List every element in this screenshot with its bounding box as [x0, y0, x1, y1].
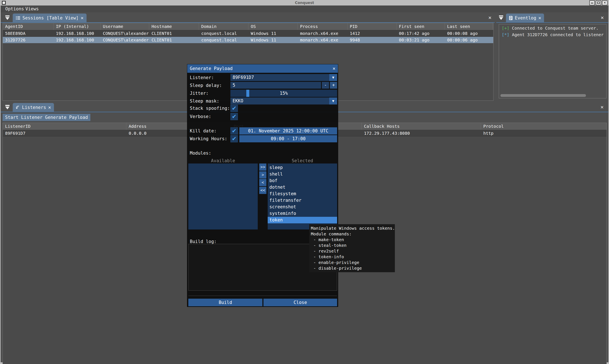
session-row-1[interactable]: 58EE89DA 192.168.168.100 CONQUEST\alexan…: [3, 30, 493, 37]
log-prefix-success: [+]: [502, 26, 509, 31]
col-domain[interactable]: Domain: [199, 23, 248, 30]
module-item-screenshot[interactable]: screenshot: [268, 204, 337, 210]
kill-date-field[interactable]: 01. November 2025 12:00:00 UTC: [239, 127, 337, 134]
col-agentid[interactable]: AgentID: [3, 23, 53, 30]
selected-modules-list[interactable]: sleep shell bof dotnet filesystem filetr…: [268, 164, 337, 230]
log-line-2: [*] Agent 312D7726 connected to listener: [502, 32, 604, 37]
close-button[interactable]: ✕: [602, 0, 608, 5]
tab-sessions-close-icon[interactable]: ✕: [81, 15, 84, 21]
move-all-left-button[interactable]: <<: [259, 187, 266, 194]
dialog-separator: [188, 296, 337, 296]
module-item-token-selected[interactable]: token: [268, 217, 337, 223]
stack-spoofing-label: Stack spoofing:: [190, 106, 230, 111]
eventlog-content[interactable]: [+] Connected to Conquest team server. […: [499, 24, 607, 98]
col-username[interactable]: Username: [101, 23, 149, 30]
eventlog-hscrollbar[interactable]: [501, 94, 586, 97]
sleep-delay-increment-button[interactable]: +: [330, 82, 337, 89]
tab-listeners[interactable]: Listeners ✕: [13, 103, 54, 112]
col-hostname[interactable]: Hostname: [149, 23, 199, 30]
selected-header: Selected: [268, 158, 337, 163]
signal-icon: [16, 105, 20, 110]
menu-options[interactable]: Options: [5, 6, 24, 12]
menu-views[interactable]: Views: [25, 6, 39, 12]
module-item-dotnet[interactable]: dotnet: [268, 184, 337, 191]
move-one-left-button[interactable]: <: [259, 179, 266, 186]
col-callback-hosts[interactable]: Callback Hosts: [362, 123, 481, 130]
working-hours-label: Working Hours:: [190, 136, 227, 141]
generate-payload-button[interactable]: Generate Payload: [42, 114, 90, 121]
sessions-panel-close-icon[interactable]: ✕: [488, 14, 491, 21]
app-window: Conquest ✕ Options Views Sessions [Table…: [0, 0, 609, 364]
col-last-seen[interactable]: Last seen: [445, 23, 493, 30]
log-line-1: [+] Connected to Conquest team server.: [502, 26, 599, 31]
working-hours-field[interactable]: 09:00 - 17:00: [239, 135, 337, 142]
build-button[interactable]: Build: [188, 299, 262, 306]
log-prefix-info: [*]: [502, 32, 509, 37]
sleep-delay-input[interactable]: 5: [230, 82, 321, 89]
kill-date-checkbox[interactable]: ✔: [230, 127, 238, 134]
col-protocol[interactable]: Protocol: [481, 123, 607, 130]
available-modules-list[interactable]: [188, 164, 258, 230]
move-one-right-button[interactable]: >: [259, 171, 266, 179]
module-tooltip: Manipulate Windows access tokens. Module…: [309, 224, 395, 272]
list-icon: [16, 16, 20, 20]
listeners-collapse-button[interactable]: [5, 105, 10, 110]
listener-label: Listener:: [190, 75, 214, 80]
col-first-seen[interactable]: First seen: [397, 23, 445, 30]
dialog-titlebar[interactable]: Generate Payload ✕: [187, 64, 338, 73]
module-item-filesystem[interactable]: filesystem: [268, 191, 337, 197]
module-item-shell[interactable]: shell: [268, 171, 337, 177]
module-item-bof[interactable]: bof: [268, 177, 337, 184]
tab-eventlog-label: Eventlog: [515, 15, 536, 21]
working-hours-checkbox[interactable]: ✔: [230, 135, 238, 142]
sleep-mask-label: Sleep mask:: [190, 99, 219, 104]
session-row-2-selected[interactable]: 312D7726 192.168.168.100 CONQUEST\alexan…: [3, 37, 493, 43]
sessions-collapse-button[interactable]: [5, 15, 10, 20]
tab-sessions-label: Sessions [Table View]: [22, 15, 79, 21]
jitter-value: 15%: [230, 90, 337, 97]
module-item-sleep[interactable]: sleep: [268, 164, 337, 171]
check-icon: ✔: [232, 105, 237, 111]
stack-spoofing-checkbox[interactable]: ✔: [230, 105, 238, 112]
start-listener-button[interactable]: Start Listener: [2, 114, 45, 121]
module-item-filetransfer[interactable]: filetransfer: [268, 197, 337, 204]
verbose-checkbox[interactable]: ✔: [230, 113, 238, 120]
col-listenerid[interactable]: ListenerID: [3, 123, 126, 130]
col-pid[interactable]: PID: [347, 23, 397, 30]
close-icon: ✕: [604, 1, 606, 5]
col-process[interactable]: Process: [298, 23, 347, 30]
jitter-label: Jitter:: [190, 91, 209, 96]
tab-listeners-label: Listeners: [22, 105, 46, 110]
sessions-table-header[interactable]: AgentID IP (Internal) Username Hostname …: [3, 23, 493, 30]
sleep-delay-decrement-button[interactable]: -: [322, 82, 329, 89]
move-all-right-button[interactable]: >>: [259, 164, 266, 171]
tab-eventlog[interactable]: Eventlog ✕: [506, 13, 544, 22]
col-ip-internal[interactable]: IP (Internal): [53, 23, 101, 30]
maximize-button[interactable]: [596, 0, 601, 5]
listener-dropdown-icon[interactable]: ▼: [329, 74, 337, 81]
jitter-slider[interactable]: 15%: [230, 90, 337, 97]
window-titlebar[interactable]: Conquest ✕: [0, 0, 609, 5]
tab-eventlog-close-icon[interactable]: ✕: [538, 15, 541, 21]
eventlog-panel-close-icon[interactable]: ✕: [601, 14, 604, 21]
check-icon: ✔: [232, 128, 237, 134]
col-os[interactable]: OS: [248, 23, 298, 30]
listeners-panel-close-icon[interactable]: ✕: [601, 104, 604, 110]
sleep-mask-select[interactable]: EKKO: [230, 98, 329, 104]
tab-listeners-close-icon[interactable]: ✕: [48, 105, 51, 110]
listener-select[interactable]: 89F691D7: [230, 74, 329, 81]
minimize-button[interactable]: [589, 0, 595, 5]
tab-sessions[interactable]: Sessions [Table View] ✕: [13, 13, 87, 22]
module-item-systeminfo[interactable]: systeminfo: [268, 210, 337, 217]
build-log-label: Build log:: [190, 239, 216, 244]
available-header: Available: [188, 158, 258, 163]
modules-label: Modules:: [190, 151, 211, 156]
sleep-delay-label: Sleep delay:: [190, 83, 222, 88]
kill-date-label: Kill date:: [190, 128, 216, 133]
sleep-mask-dropdown-icon[interactable]: ▼: [329, 98, 337, 104]
check-icon: ✔: [232, 135, 237, 142]
dialog-close-button[interactable]: Close: [264, 299, 337, 306]
eventlog-tab-underline: [496, 22, 608, 23]
eventlog-collapse-button[interactable]: [498, 15, 504, 20]
dialog-close-icon[interactable]: ✕: [333, 64, 335, 73]
